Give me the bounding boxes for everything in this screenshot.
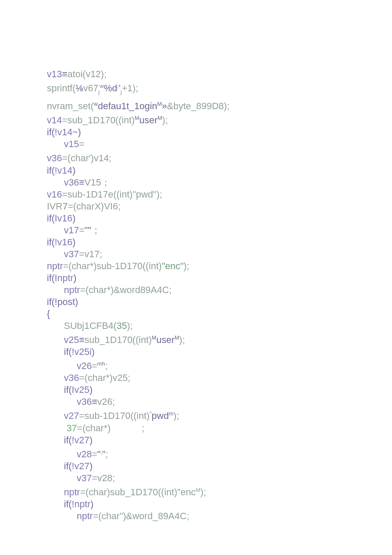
code-token: M (152, 334, 156, 341)
code-token: v17 (64, 225, 79, 235)
code-line-12: v17=""； (47, 224, 345, 236)
code-token: v14 (47, 115, 62, 125)
code-token: M (158, 115, 162, 121)
code-token: j (98, 89, 100, 95)
code-token: = (92, 449, 97, 459)
code-token: Inptr (55, 273, 73, 283)
code-token: v26; (97, 396, 115, 407)
code-token: v27 (64, 411, 79, 421)
code-token: =(char (62, 153, 89, 164)
code-token: ； (91, 225, 101, 235)
code-token: ); (184, 261, 189, 271)
code-token: Iv16 (55, 213, 72, 224)
code-token: V15 (84, 177, 101, 188)
code-token: v26 (77, 360, 92, 371)
code-token: =(char (93, 511, 120, 521)
code-line-31: if(!v27) (47, 460, 345, 472)
code-token: v15 (64, 139, 79, 149)
code-line-34: if(!nptr) (47, 498, 345, 510)
code-token: nvram_set( (47, 101, 94, 111)
code-token: defau1t_1ogin (98, 101, 157, 111)
code-token: ) (72, 237, 75, 247)
code-token: ) (89, 384, 92, 395)
code-token: if(!post) (47, 296, 78, 307)
code-token: ) (92, 346, 95, 357)
code-token: +1); (122, 83, 138, 93)
code-token: ); (127, 320, 133, 331)
code-token: !v14 (55, 165, 72, 176)
code-token: " (97, 449, 101, 459)
code-token: !v25i (72, 346, 91, 357)
code-line-17: nptr=(char*)&word89A4C; (47, 284, 345, 296)
code-token: 1D170((int) (115, 261, 162, 271)
code-token: { (47, 308, 50, 319)
code-token: =(char*)v25; (79, 372, 130, 383)
code-token: !v27 (72, 435, 89, 445)
code-token: v37 (77, 473, 92, 483)
code-token: m (169, 410, 173, 417)
code-line-14: v37=v17; (47, 248, 345, 260)
code-token: " (120, 511, 123, 521)
code-line-15: nptr=(char*)sub-1D170((int)"enc"); (47, 260, 345, 272)
code-line-18: if(!post) (47, 296, 345, 308)
code-token: if( (64, 435, 72, 445)
code-token: ); (162, 115, 168, 125)
code-token: ≡ (62, 69, 67, 79)
code-line-19: { (47, 308, 345, 320)
code-token: - (112, 261, 115, 271)
code-token: M (175, 334, 179, 341)
code-token: ≡ (79, 177, 84, 188)
code-token: ; (142, 423, 144, 433)
code-token: v67 (84, 83, 98, 93)
code-token: IVR (47, 201, 63, 212)
code-token: =sub (79, 411, 99, 421)
code-token: if( (47, 165, 55, 176)
code-token: w (100, 83, 104, 89)
code-token: "" (84, 225, 91, 235)
code-token: nptr (64, 285, 80, 295)
code-token: =(char*)&word89A4C; (80, 285, 172, 295)
code-line-26: v36≡v26; (47, 396, 345, 408)
code-line-8: v36≡V15； (47, 177, 345, 189)
code-token: ; (105, 360, 107, 371)
code-token: &byte_899D8); (167, 101, 230, 111)
code-token: user (139, 115, 158, 125)
code-token: v36 (77, 396, 92, 407)
code-line-3: v14=sub_1D170((int)MuserM); (47, 112, 345, 126)
code-token: nptr (77, 511, 93, 521)
code-token: user (156, 334, 175, 345)
code-line-10: IVR7=(charX)VI6; (47, 200, 345, 212)
code-token: if( (47, 213, 55, 224)
code-token: mh (97, 360, 105, 367)
code-line-35: nptr=(char")&word_89A4C; (47, 510, 345, 522)
code-line-16: if(Inptr) (47, 272, 345, 284)
code-line-30: v28=","; (47, 446, 345, 460)
code-token: = (92, 360, 97, 371)
code-token: v36 (64, 177, 79, 188)
code-token: ) (73, 273, 76, 283)
code-token: if( (47, 237, 55, 247)
code-line-4: if(!v14~) (47, 126, 345, 138)
code-token: if( (47, 273, 55, 283)
code-token: 35 (116, 320, 127, 331)
code-token: )&word_89A4C; (123, 511, 189, 521)
code-token: ) (72, 213, 75, 224)
code-token: M (157, 101, 162, 107)
code-token: Iv25 (72, 384, 89, 395)
code-token: v13 (47, 69, 62, 79)
code-line-1: sprintf(⅛v67jw%d,'j+1); (47, 80, 345, 98)
code-token: =(charX)VI6; (68, 201, 121, 212)
code-token: ⅛ (75, 83, 83, 93)
code-token: » (162, 101, 167, 111)
code-token: ) (89, 435, 92, 445)
code-token: =(char)sub_1D170((int)"enc (80, 487, 196, 497)
code-token: )v14; (91, 153, 112, 164)
code-token: ) (72, 165, 75, 176)
code-token: 37 (66, 423, 77, 433)
code-token: ) (90, 499, 93, 509)
code-line-25: if(Iv25) (47, 384, 345, 396)
code-token: atoi(v12); (67, 69, 107, 79)
code-line-21: v25≡sub_1D170((int)MuserM); (47, 332, 345, 346)
code-line-24: v36=(char*)v25; (47, 372, 345, 384)
code-token: v37 (64, 249, 79, 259)
